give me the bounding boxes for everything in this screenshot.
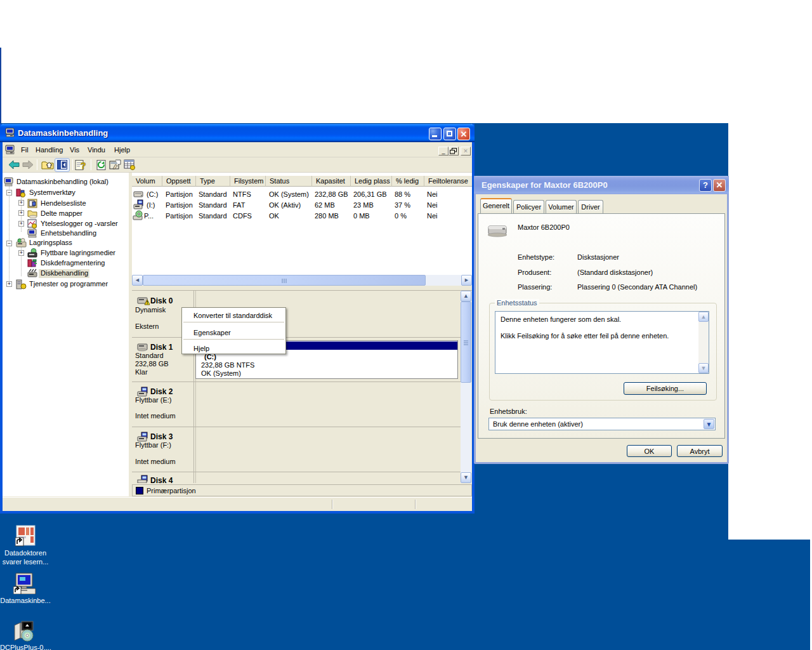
svg-text:!: ! [147,300,148,305]
svg-text:?: ? [81,161,86,171]
